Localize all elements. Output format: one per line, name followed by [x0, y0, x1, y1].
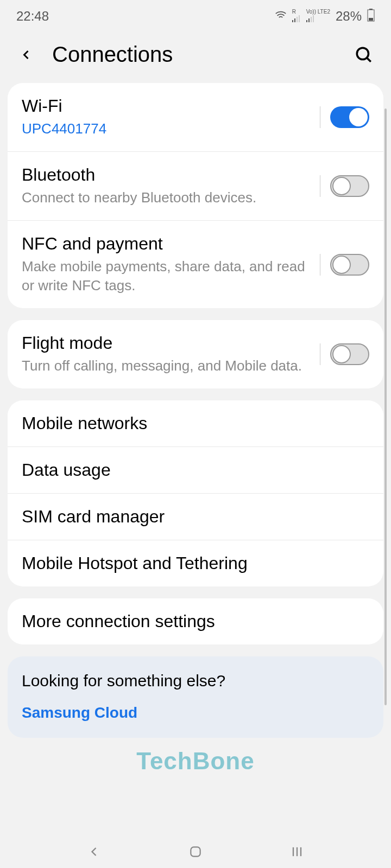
svg-rect-2 — [297, 17, 298, 22]
nfc-toggle[interactable] — [330, 254, 369, 276]
battery-icon — [367, 9, 375, 24]
scroll-indicator[interactable] — [384, 108, 387, 705]
nfc-row[interactable]: NFC and payment Make mobile payments, sh… — [8, 221, 383, 308]
divider — [320, 175, 320, 197]
battery-percent: 28% — [336, 9, 362, 24]
flight-sub: Turn off calling, messaging, and Mobile … — [22, 356, 320, 375]
flight-title: Flight mode — [22, 333, 320, 353]
flight-mode-row[interactable]: Flight mode Turn off calling, messaging,… — [8, 320, 383, 388]
nav-bar — [0, 835, 391, 868]
svg-rect-13 — [191, 847, 200, 856]
bluetooth-toggle[interactable] — [330, 175, 369, 197]
mobile-networks-row[interactable]: Mobile networks — [8, 400, 383, 447]
nav-recents-icon[interactable] — [286, 841, 308, 863]
svg-line-12 — [367, 58, 371, 61]
connections-group-1: Wi-Fi UPC4401774 Bluetooth Connect to ne… — [8, 83, 383, 308]
svg-rect-7 — [313, 15, 314, 22]
data-usage-row[interactable]: Data usage — [8, 447, 383, 494]
status-right: R Vo)) LTE2 28% — [275, 9, 375, 24]
hotspot-title: Mobile Hotspot and Tethering — [22, 553, 369, 573]
divider — [320, 254, 320, 276]
suggestion-card: Looking for something else? Samsung Clou… — [8, 656, 383, 738]
header: Connections — [0, 33, 391, 83]
svg-rect-3 — [299, 15, 300, 22]
bluetooth-row[interactable]: Bluetooth Connect to nearby Bluetooth de… — [8, 152, 383, 221]
nav-back-icon[interactable] — [83, 841, 105, 863]
sim-card-row[interactable]: SIM card manager — [8, 494, 383, 540]
divider — [320, 106, 320, 128]
page-title: Connections — [52, 42, 337, 67]
sim-title: SIM card manager — [22, 507, 369, 527]
content: Wi-Fi UPC4401774 Bluetooth Connect to ne… — [0, 83, 391, 738]
wifi-toggle[interactable] — [330, 106, 369, 128]
divider — [320, 343, 320, 365]
svg-rect-4 — [306, 20, 307, 22]
back-icon[interactable] — [16, 45, 36, 65]
signal-icon-1: R — [292, 9, 301, 23]
svg-rect-1 — [294, 18, 295, 22]
wifi-network: UPC4401774 — [22, 119, 320, 138]
hotspot-row[interactable]: Mobile Hotspot and Tethering — [8, 540, 383, 586]
svg-rect-6 — [311, 17, 312, 22]
status-bar: 22:48 R Vo)) LTE2 28% — [0, 0, 391, 33]
status-time: 22:48 — [16, 9, 49, 24]
svg-rect-5 — [308, 18, 310, 22]
more-settings-row[interactable]: More connection settings — [8, 598, 383, 644]
nfc-sub: Make mobile payments, share data, and re… — [22, 257, 320, 295]
bluetooth-sub: Connect to nearby Bluetooth devices. — [22, 188, 320, 207]
svg-rect-0 — [292, 20, 293, 22]
wifi-title: Wi-Fi — [22, 96, 320, 116]
search-icon[interactable] — [353, 44, 375, 66]
signal-icon-2: Vo)) LTE2 — [306, 9, 330, 23]
wifi-icon — [275, 9, 287, 24]
more-title: More connection settings — [22, 611, 369, 631]
svg-point-11 — [357, 48, 368, 59]
flight-toggle[interactable] — [330, 343, 369, 365]
samsung-cloud-link[interactable]: Samsung Cloud — [22, 704, 369, 722]
data-usage-title: Data usage — [22, 460, 369, 480]
connections-group-2: Flight mode Turn off calling, messaging,… — [8, 320, 383, 388]
connections-group-3: Mobile networks Data usage SIM card mana… — [8, 400, 383, 586]
mobile-networks-title: Mobile networks — [22, 413, 369, 433]
wifi-row[interactable]: Wi-Fi UPC4401774 — [8, 83, 383, 152]
suggest-title: Looking for something else? — [22, 672, 369, 690]
nfc-title: NFC and payment — [22, 234, 320, 254]
connections-group-4: More connection settings — [8, 598, 383, 644]
bluetooth-title: Bluetooth — [22, 165, 320, 185]
svg-rect-10 — [369, 18, 373, 21]
nav-home-icon[interactable] — [185, 841, 206, 863]
watermark: TechBone — [136, 748, 254, 775]
